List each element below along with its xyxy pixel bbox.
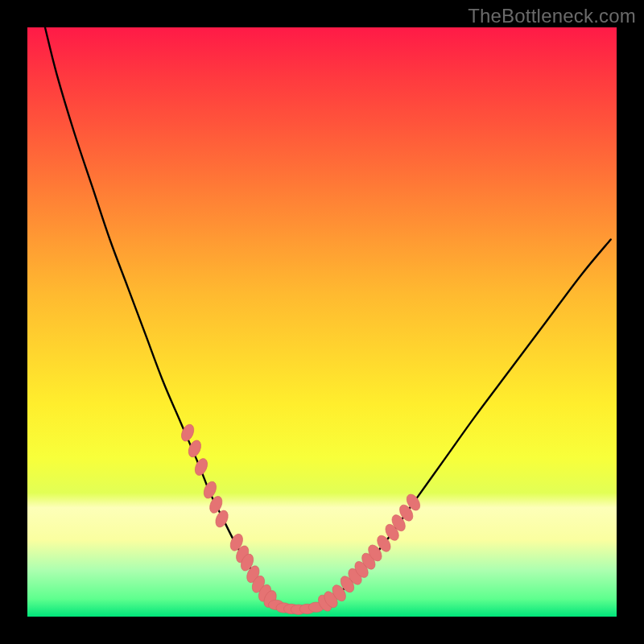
chart-container: TheBottleneck.com	[0, 0, 644, 644]
curve-marker	[192, 456, 209, 477]
bottleneck-curve	[45, 27, 611, 610]
curve-svg	[27, 27, 617, 617]
watermark-text: TheBottleneck.com	[468, 5, 636, 27]
plot-area	[27, 27, 617, 617]
curve-markers	[179, 423, 423, 615]
